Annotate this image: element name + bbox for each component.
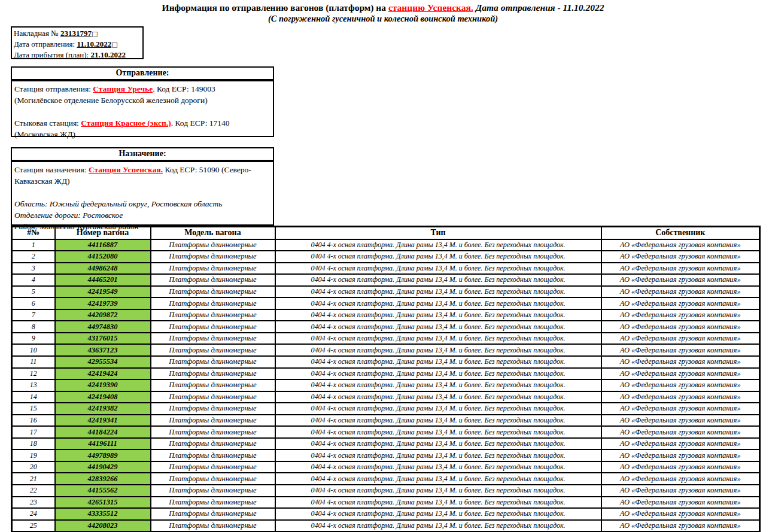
waybill-box: Накладная № 23131797□ Дата отправления: … (11, 26, 144, 59)
table-row: 1944978989Платформы длинномерные0404 4-х… (12, 449, 760, 461)
wagon-type: 0404 4-х осная платформа. Длина рамы 13,… (275, 438, 601, 450)
table-row: 2443335512Платформы длинномерные0404 4-х… (12, 508, 760, 520)
junction-station-code: . Код ЕСР: 17140 (171, 118, 230, 127)
waybill-departure-value: 11.10.2022 (77, 39, 111, 48)
wagon-type: 0404 4-х осная платформа. Длина рамы 13,… (275, 497, 601, 509)
waybill-departure-line: Дата отправления: 11.10.2022□ (14, 39, 141, 50)
destination-section-header: Назначение: (11, 147, 274, 161)
wagon-model: Платформы длинномерные (151, 391, 275, 403)
wagon-model: Платформы длинномерные (151, 333, 275, 345)
wagon-model: Платформы длинномерные (151, 485, 275, 497)
wagon-type: 0404 4-х осная платформа. Длина рамы 13,… (275, 461, 601, 473)
title-prefix: Информация по отправлению вагонов (платф… (162, 2, 388, 13)
wagon-owner: АО «Федеральная грузовая компания» (601, 449, 760, 461)
document-subtitle: (С погруженной гусеничной и колесной вои… (0, 13, 766, 24)
wagon-model: Платформы длинномерные (151, 297, 275, 309)
column-header-type: Тип (275, 227, 601, 239)
row-index: 14 (12, 391, 55, 403)
wagon-owner: АО «Федеральная грузовая компания» (601, 391, 760, 403)
destination-station-link[interactable]: Станция Успенская. (89, 165, 163, 174)
waybill-arrival-line: Дата прибытия (план): 21.10.2022 (14, 50, 141, 60)
table-row: 2044190429Платформы длинномерные0404 4-х… (12, 461, 760, 473)
wagon-number: 42419424 (55, 368, 151, 380)
wagon-type: 0404 4-х осная платформа. Длина рамы 13,… (275, 415, 601, 427)
wagon-number: 44152080 (55, 251, 151, 263)
wagon-type: 0404 4-х осная платформа. Длина рамы 13,… (275, 485, 601, 497)
wagon-owner: АО «Федеральная грузовая компания» (601, 297, 760, 309)
wagon-owner: АО «Федеральная грузовая компания» (601, 333, 760, 345)
departure-station-line: Станция отправления: Станция Уречье. Код… (14, 83, 270, 95)
title-station-link[interactable]: станцию Успенская. (388, 2, 473, 13)
document-title: Информация по отправлению вагонов (платф… (0, 2, 766, 13)
wagon-owner: АО «Федеральная грузовая компания» (601, 508, 760, 520)
destination-region-line: Область: Южный федеральный округ, Ростов… (14, 198, 270, 209)
column-header-wagon-number: Номер вагона (55, 227, 151, 239)
departure-section-body: Станция отправления: Станция Уречье. Код… (11, 80, 274, 138)
wagon-type: 0404 4-х осная платформа. Длина рамы 13,… (275, 426, 601, 438)
wagon-owner: АО «Федеральная грузовая компания» (601, 497, 760, 509)
row-index: 25 (12, 520, 55, 532)
table-header-row: #№ Номер вагона Модель вагона Тип Собств… (12, 227, 760, 239)
departure-section-header: Отправление: (11, 66, 274, 80)
junction-station-line: Стыковая станция: Станция Красное (эксп.… (14, 117, 270, 129)
row-index: 1 (12, 239, 55, 251)
wagon-owner: АО «Федеральная грузовая компания» (601, 239, 760, 251)
table-row: 1342419390Платформы длинномерные0404 4-х… (12, 379, 760, 391)
wagon-number: 42839266 (55, 473, 151, 485)
wagon-number: 42419382 (55, 403, 151, 415)
wagon-model: Платформы длинномерные (151, 449, 275, 461)
destination-division-line: Отделение дороги: Ростовское (14, 209, 270, 221)
waybill-number-line: Накладная № 23131797□ (14, 28, 141, 39)
wagon-type: 0404 4-х осная платформа. Длина рамы 13,… (275, 379, 601, 391)
wagon-type: 0404 4-х осная платформа. Длина рамы 13,… (275, 391, 601, 403)
table-row: 2342651315Платформы длинномерные0404 4-х… (12, 497, 760, 509)
departure-station-label: Станция отправления: (14, 84, 93, 93)
row-index: 6 (12, 297, 55, 309)
wagon-owner: АО «Федеральная грузовая компания» (601, 403, 760, 415)
table-row: 943176015Платформы длинномерные0404 4-х … (12, 333, 760, 345)
departure-station-link[interactable]: Станция Уречье (93, 84, 153, 93)
table-row: 2244155562Платформы длинномерные0404 4-х… (12, 485, 760, 497)
junction-station-note: (Московская ЖД) (14, 129, 270, 140)
missing-glyph-box-icon: □ (92, 30, 98, 38)
wagon-model: Платформы длинномерные (151, 274, 275, 286)
wagon-type: 0404 4-х осная платформа. Длина рамы 13,… (275, 251, 601, 263)
wagon-model: Платформы длинномерные (151, 286, 275, 298)
wagon-number: 44116887 (55, 239, 151, 251)
missing-glyph-box-icon: □ (111, 41, 117, 48)
wagon-type: 0404 4-х осная платформа. Длина рамы 13,… (275, 344, 601, 356)
row-index: 4 (12, 274, 55, 286)
wagon-model: Платформы длинномерные (151, 438, 275, 450)
wagon-owner: АО «Федеральная грузовая компания» (601, 485, 760, 497)
wagon-type: 0404 4-х осная платформа. Длина рамы 13,… (275, 520, 601, 532)
table-row: 244152080Платформы длинномерные0404 4-х … (12, 251, 760, 263)
wagon-owner: АО «Федеральная грузовая компания» (601, 473, 760, 485)
row-index: 19 (12, 449, 55, 461)
wagon-type: 0404 4-х осная платформа. Длина рамы 13,… (275, 449, 601, 461)
row-index: 24 (12, 508, 55, 520)
row-index: 21 (12, 473, 55, 485)
wagon-model: Платформы длинномерные (151, 415, 275, 427)
row-index: 7 (12, 309, 55, 321)
row-index: 18 (12, 438, 55, 450)
row-index: 11 (12, 356, 55, 368)
wagon-owner: АО «Федеральная грузовая компания» (601, 461, 760, 473)
table-row: 2142839266Платформы длинномерные0404 4-х… (12, 473, 760, 485)
destination-section-body: Станция назначения: Станция Успенская. К… (11, 161, 274, 226)
wagon-type: 0404 4-х осная платформа. Длина рамы 13,… (275, 309, 601, 321)
waybill-departure-label: Дата отправления: (14, 39, 77, 48)
wagon-table: #№ Номер вагона Модель вагона Тип Собств… (11, 226, 761, 532)
wagon-model: Платформы длинномерные (151, 379, 275, 391)
junction-station-link[interactable]: Станция Красное (эксп.) (81, 118, 171, 127)
wagon-number: 42419408 (55, 391, 151, 403)
wagon-model: Платформы длинномерные (151, 344, 275, 356)
wagon-number: 44465201 (55, 274, 151, 286)
document-page: Информация по отправлению вагонов (платф… (0, 0, 766, 532)
wagon-model: Платформы длинномерные (151, 321, 275, 333)
row-index: 10 (12, 344, 55, 356)
waybill-number-value: 23131797 (60, 29, 92, 38)
row-index: 8 (12, 321, 55, 333)
wagon-type: 0404 4-х осная платформа. Длина рамы 13,… (275, 286, 601, 298)
row-index: 13 (12, 379, 55, 391)
table-row: 844974830Платформы длинномерные0404 4-х … (12, 321, 760, 333)
